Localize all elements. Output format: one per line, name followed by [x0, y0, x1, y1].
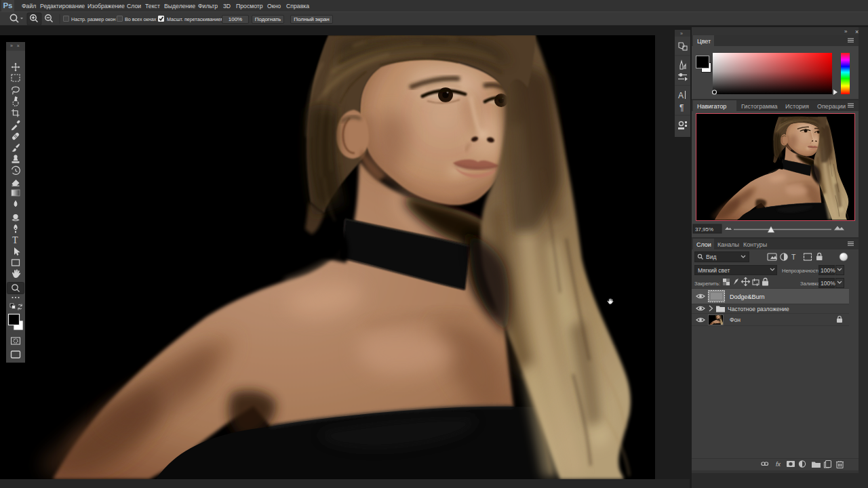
- svg-text:Непрозрачность:: Непрозрачность:: [782, 268, 822, 274]
- svg-text:Операции: Операции: [817, 103, 846, 110]
- svg-text:Цвет: Цвет: [697, 38, 711, 45]
- svg-text:T: T: [791, 253, 796, 261]
- svg-text:Частотное разложение: Частотное разложение: [728, 306, 789, 312]
- svg-text:Каналы: Каналы: [717, 241, 739, 248]
- svg-text:Фон: Фон: [730, 317, 741, 323]
- svg-text:»: »: [680, 31, 683, 36]
- svg-text:Заливка:: Заливка:: [800, 281, 821, 287]
- svg-text:100%: 100%: [821, 267, 835, 274]
- svg-text:История: История: [785, 103, 809, 110]
- svg-text:¶: ¶: [679, 103, 684, 113]
- svg-text:fx: fx: [776, 461, 781, 468]
- svg-text:37,95%: 37,95%: [695, 226, 713, 232]
- svg-text:»: »: [844, 28, 848, 35]
- svg-text:Закрепить:: Закрепить:: [694, 281, 720, 287]
- svg-text:Гистограмма: Гистограмма: [741, 103, 778, 110]
- svg-text:Навигатор: Навигатор: [697, 103, 726, 110]
- svg-text:Dodge&Burn: Dodge&Burn: [730, 293, 765, 300]
- svg-text:T: T: [12, 235, 18, 245]
- svg-text:Слои: Слои: [696, 241, 711, 248]
- svg-text:Мягкий свет: Мягкий свет: [698, 267, 730, 274]
- svg-text:100%: 100%: [821, 280, 835, 287]
- svg-text:Вид: Вид: [706, 253, 716, 260]
- svg-text:Контуры: Контуры: [743, 241, 767, 248]
- svg-text:A: A: [678, 91, 684, 100]
